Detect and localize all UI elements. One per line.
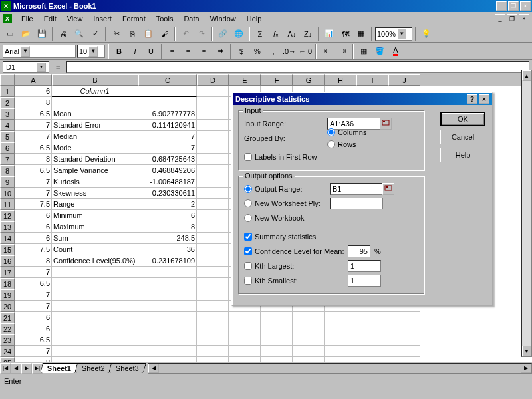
menu-file[interactable]: File [16, 13, 39, 24]
workbook-icon[interactable]: X [3, 14, 12, 23]
confidence-checkbox[interactable] [244, 247, 252, 255]
format-painter-icon[interactable]: 🖌 [157, 27, 172, 41]
menu-window[interactable]: Window [205, 13, 241, 24]
row-header[interactable]: 13 [0, 221, 15, 233]
zoom-combo[interactable]: 100%▼ [375, 27, 412, 41]
cell[interactable]: 7 [15, 131, 52, 142]
row-header[interactable]: 10 [0, 188, 15, 199]
row-header[interactable]: 5 [0, 131, 15, 142]
output-range-refedit-icon[interactable] [382, 183, 394, 195]
cell[interactable] [325, 346, 356, 357]
print-icon[interactable]: 🖨 [56, 27, 70, 41]
redo-icon[interactable]: ↷ [194, 27, 209, 41]
copy-icon[interactable]: ⎘ [125, 27, 140, 41]
cell[interactable] [229, 323, 261, 334]
cell[interactable] [229, 357, 261, 362]
cell[interactable]: 7 [15, 346, 52, 357]
cell[interactable] [197, 255, 229, 267]
kth-largest-checkbox[interactable] [244, 262, 252, 270]
col-header-f[interactable]: F [261, 74, 293, 86]
cell[interactable] [138, 323, 197, 334]
scroll-left-icon[interactable]: ◀ [148, 364, 159, 373]
font-combo[interactable]: Arial▼ [3, 45, 76, 58]
cell[interactable] [293, 323, 325, 334]
kth-smallest-checkbox[interactable] [244, 277, 252, 285]
scroll-down-icon[interactable]: ▼ [522, 346, 531, 356]
row-header[interactable]: 24 [0, 346, 15, 357]
align-center-icon[interactable]: ≡ [181, 44, 196, 59]
col-header-a[interactable]: A [15, 74, 52, 86]
cell[interactable] [325, 323, 356, 334]
cell[interactable] [52, 289, 138, 301]
minimize-button[interactable]: _ [496, 1, 507, 11]
cell[interactable] [325, 312, 356, 323]
formula-input[interactable] [66, 61, 529, 73]
cell[interactable]: 6 [15, 312, 52, 323]
cell[interactable] [197, 188, 229, 199]
new-worksheet-field[interactable] [330, 198, 383, 209]
cell[interactable] [293, 312, 325, 323]
cell[interactable]: 6.5 [15, 278, 52, 289]
row-header[interactable]: 9 [0, 176, 15, 188]
dialog-close-icon[interactable]: × [479, 94, 489, 104]
col-header-c[interactable]: C [138, 74, 197, 86]
cell[interactable] [52, 334, 138, 346]
output-range-field[interactable] [330, 183, 383, 195]
col-header-d[interactable]: D [197, 74, 229, 86]
restore-button[interactable]: ❐ [508, 1, 519, 11]
kth-largest-field[interactable] [348, 260, 381, 272]
italic-icon[interactable]: I [128, 44, 142, 59]
cell[interactable] [261, 323, 293, 334]
cell[interactable] [197, 86, 229, 97]
bold-icon[interactable]: B [112, 44, 126, 59]
cell[interactable] [388, 346, 420, 357]
output-range-radio[interactable] [244, 185, 252, 193]
row-header[interactable]: 21 [0, 312, 15, 323]
decrease-indent-icon[interactable]: ⇤ [319, 44, 334, 59]
ok-button[interactable]: OK [440, 112, 485, 126]
cell[interactable] [197, 131, 229, 142]
open-icon[interactable]: 📂 [19, 27, 33, 41]
cell[interactable] [52, 278, 138, 289]
cell[interactable] [197, 199, 229, 210]
summary-stats-checkbox[interactable] [244, 233, 252, 241]
new-workbook-radio[interactable] [244, 214, 252, 222]
cell[interactable] [138, 346, 197, 357]
cell[interactable]: 8 [15, 154, 52, 165]
columns-radio[interactable] [327, 128, 335, 136]
row-header[interactable]: 19 [0, 289, 15, 301]
cell[interactable] [138, 312, 197, 323]
rows-radio[interactable] [327, 140, 335, 148]
cell[interactable] [388, 312, 420, 323]
cell[interactable]: 7 [138, 131, 197, 142]
input-range-refedit-icon[interactable] [380, 118, 392, 130]
cell[interactable] [197, 357, 229, 362]
pivot-icon[interactable]: ▦ [354, 27, 368, 41]
cell[interactable] [138, 86, 197, 97]
cell[interactable] [197, 346, 229, 357]
cell[interactable] [293, 334, 325, 346]
cell[interactable]: 7 [15, 289, 52, 301]
cut-icon[interactable]: ✂ [109, 27, 124, 41]
preview-icon[interactable]: 🔍 [72, 27, 86, 41]
doc-close-button[interactable]: × [519, 14, 529, 23]
cell[interactable]: 7 [15, 120, 52, 131]
labels-first-row-checkbox[interactable] [244, 153, 252, 161]
align-right-icon[interactable]: ≡ [197, 44, 211, 59]
cell[interactable] [197, 210, 229, 221]
cell[interactable] [138, 278, 197, 289]
cell[interactable] [388, 357, 420, 362]
cell[interactable]: 0.231678109 [138, 255, 197, 267]
row-header[interactable]: 18 [0, 278, 15, 289]
borders-icon[interactable]: ▦ [356, 44, 371, 59]
underline-icon[interactable]: U [144, 44, 158, 59]
cell[interactable]: -1.006488187 [138, 176, 197, 188]
cell[interactable]: 6 [138, 210, 197, 221]
cell[interactable]: 6 [15, 323, 52, 334]
row-header[interactable]: 15 [0, 244, 15, 255]
cell[interactable] [356, 346, 388, 357]
cell[interactable]: Mode [52, 142, 138, 154]
cancel-button[interactable]: Cancel [440, 130, 485, 144]
help-button[interactable]: Help [440, 148, 485, 162]
new-worksheet-radio[interactable] [244, 200, 252, 207]
